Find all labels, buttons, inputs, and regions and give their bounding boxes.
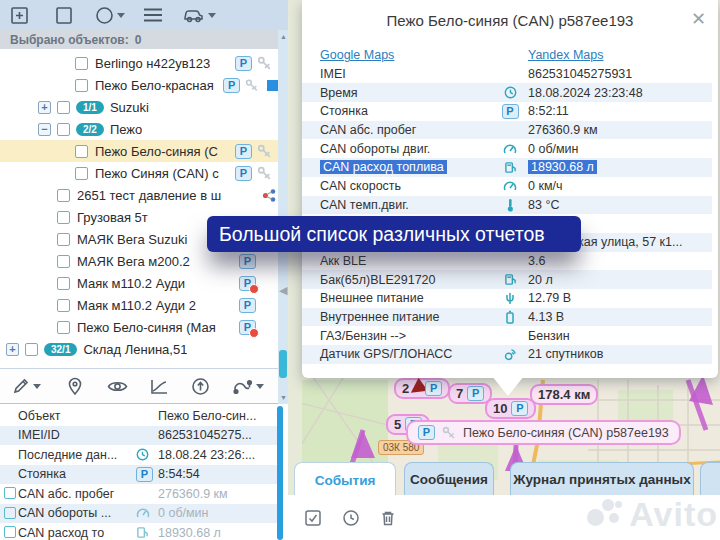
unit-tooltip-popup: Пежо Бело-синяя (CAN) p587ee193 ✕ Google…	[302, 0, 718, 378]
unit-name: Маяк м110.2 Ауди 2	[77, 298, 239, 313]
map-marker-cluster[interactable]: 7 P	[448, 383, 492, 404]
thermometer-icon	[492, 198, 528, 212]
tree-item[interactable]: Маяк м110.2 Ауди P	[0, 272, 278, 294]
checkbox[interactable]	[57, 189, 70, 202]
table-row: Время 18.08.2024 23:23:48	[302, 83, 712, 102]
unit-name: Пежо Бело-красная	[95, 78, 223, 93]
annotation-banner: Большой список различных отчетов	[207, 216, 581, 252]
scrollbar-thumb[interactable]	[279, 350, 287, 378]
checkbox[interactable]	[75, 57, 88, 70]
parking-icon: P	[418, 425, 435, 440]
chevron-down-icon[interactable]	[33, 384, 41, 389]
tree-item[interactable]: Berlingo н422ув123 P	[0, 52, 278, 74]
row-label: CAN расход топлива	[320, 160, 447, 174]
watermark-text: Avito	[629, 495, 718, 534]
checkbox[interactable]	[25, 343, 38, 356]
group-count-badge: 1/1	[76, 101, 104, 114]
group-name: Склад Ленина,51	[83, 342, 187, 357]
tree-item[interactable]: МАЯК Вега м200.2 P	[0, 250, 278, 272]
vehicle-name: Пежо Бело-синяя (CAN) p587ee193	[463, 426, 669, 440]
list-icon[interactable]	[143, 7, 163, 23]
rectangle-icon[interactable]	[55, 6, 73, 25]
row-label: IMEI	[320, 67, 492, 81]
unit-name: Пежо Бело-синяя (С	[95, 144, 235, 159]
checkbox[interactable]	[4, 526, 16, 538]
scroll-down-icon[interactable]: ▼	[280, 394, 287, 401]
scroll-up-icon[interactable]: ▲	[280, 33, 287, 40]
tree-item[interactable]: Пежо Бело-красная P	[0, 74, 278, 96]
parking-icon: P	[235, 56, 252, 71]
yandex-maps-link[interactable]: Yandex Maps	[528, 48, 604, 62]
row-value: 18.08.2024 23:23:48	[528, 86, 712, 100]
row-value: 276360.9 км	[158, 487, 283, 501]
units-icon[interactable]	[183, 7, 216, 23]
bottom-tabs: События Сообщения Журнал принятых данных	[288, 462, 720, 496]
checkbox[interactable]	[57, 255, 70, 268]
row-value: 0 км/ч	[528, 179, 712, 193]
tab-data-log[interactable]: Журнал принятых данных	[510, 462, 694, 496]
tab-messages[interactable]: Сообщения	[404, 462, 494, 496]
sensors-icon	[262, 188, 277, 203]
send-command-icon[interactable]	[191, 377, 210, 396]
checkbox[interactable]	[57, 101, 70, 114]
chevron-down-icon[interactable]	[117, 13, 125, 18]
collapse-minus-icon[interactable]: −	[38, 123, 51, 136]
chevron-down-icon[interactable]	[256, 384, 264, 389]
info-panel-scrollbar[interactable]	[277, 406, 283, 540]
tree-item[interactable]: Маяк м110.2 Ауди 2 P	[0, 294, 278, 316]
checkbox[interactable]	[57, 123, 70, 136]
checkbox[interactable]	[75, 167, 88, 180]
checkbox[interactable]	[57, 233, 70, 246]
parking-icon: P	[492, 104, 528, 119]
panel-collapse-icon[interactable]: ◀	[279, 284, 287, 297]
key-icon	[257, 166, 272, 181]
add-geofence-icon[interactable]	[10, 6, 29, 25]
tree-item-selected[interactable]: Пежо Бело-синяя (С P	[0, 140, 278, 162]
tree-item[interactable]: Пежо Бело-синяя (Мая P	[0, 316, 278, 338]
table-row: CAN темп.двиг. 83 °C	[302, 196, 712, 215]
tab-events[interactable]: События	[294, 462, 396, 498]
unit-name: МАЯК Вега Suzuki	[77, 232, 187, 247]
checkbox[interactable]	[57, 321, 70, 334]
checkbox[interactable]	[57, 211, 70, 224]
map-marker-cluster[interactable]: 10 P	[485, 398, 536, 419]
checkbox[interactable]	[75, 79, 88, 92]
checkbox[interactable]	[57, 277, 70, 290]
delete-icon[interactable]	[380, 509, 396, 527]
table-row: Стоянка P 8:54:54	[0, 465, 283, 485]
circle-icon[interactable]	[95, 6, 125, 25]
google-maps-link[interactable]: Google Maps	[320, 48, 394, 62]
tree-group[interactable]: + 32/1 Склад Ленина,51	[0, 338, 278, 360]
checkbox[interactable]	[75, 145, 88, 158]
expand-plus-icon[interactable]: +	[6, 343, 19, 356]
clock-icon	[492, 86, 528, 99]
tree-item[interactable]: 2651 тест давление в ш	[0, 184, 278, 206]
tree-group[interactable]: + 1/1 Suzuki	[0, 96, 278, 118]
map-marker-cluster[interactable]: 2 P	[394, 378, 450, 399]
routes-icon[interactable]	[232, 378, 264, 395]
chart-icon[interactable]	[150, 378, 169, 395]
chevron-down-icon[interactable]	[208, 13, 216, 18]
key-icon	[257, 56, 272, 71]
location-icon[interactable]	[67, 377, 83, 396]
track-color-swatch[interactable]	[267, 80, 278, 91]
tree-group[interactable]: − 2/2 Пежо	[0, 118, 278, 140]
power-icon	[492, 292, 528, 305]
tab-partial[interactable]	[700, 462, 720, 496]
checkbox[interactable]	[4, 507, 16, 519]
select-all-icon[interactable]	[304, 509, 322, 527]
checkbox[interactable]	[57, 299, 70, 312]
vehicle-map-label[interactable]: P Пежо Бело-синяя (CAN) p587ee193	[406, 420, 681, 445]
expand-plus-icon[interactable]: +	[38, 101, 51, 114]
edit-icon[interactable]	[12, 377, 41, 395]
checkbox[interactable]	[4, 487, 16, 499]
parking-icon: P	[223, 78, 240, 93]
parking-error-icon: P	[239, 320, 256, 335]
tree-item[interactable]: Пежо Синяя (CAN) с P	[0, 162, 278, 184]
row-label: Датчик GPS/ГЛОНАСС	[320, 347, 492, 361]
table-row: Внутреннее питание 4.13 В	[302, 308, 712, 327]
time-icon[interactable]	[342, 509, 360, 527]
visibility-icon[interactable]	[107, 379, 128, 394]
row-label: Внутреннее питание	[320, 310, 492, 324]
close-icon[interactable]: ✕	[691, 8, 706, 30]
